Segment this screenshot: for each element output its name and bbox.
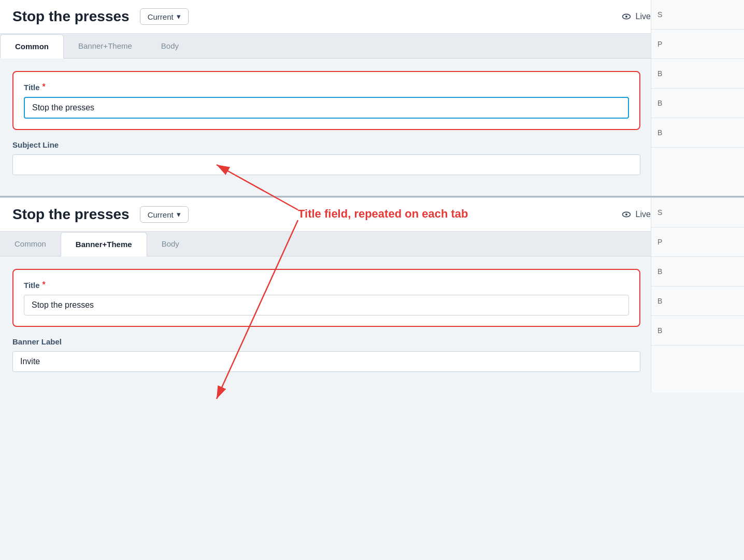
eye-icon-1 <box>621 11 632 22</box>
subject-section-1: Subject Line <box>12 140 640 183</box>
header-1: Stop the presses Current ▾ Live Preview … <box>0 0 744 34</box>
tabs-bar-1: Common Banner+Theme Body <box>0 34 744 59</box>
tab-common-1[interactable]: Common <box>0 34 64 59</box>
banner-input[interactable] <box>12 351 640 372</box>
title-card-2: Title * <box>12 269 640 327</box>
content-area-1: Title * Subject Line <box>0 59 744 196</box>
page-title-1: Stop the presses <box>12 8 130 25</box>
version-dropdown-1[interactable]: Current ▾ <box>140 8 189 25</box>
subject-label-1: Subject Line <box>12 140 640 149</box>
right-panel-item-1: S <box>651 0 744 30</box>
tab-body-1[interactable]: Body <box>147 34 193 58</box>
title-card-1: Title * <box>12 71 640 130</box>
right-panel-2: S P B B B <box>651 198 744 393</box>
title-input-1[interactable] <box>24 97 629 119</box>
title-input-2[interactable] <box>24 295 629 315</box>
content-area-2: Title * Banner Label <box>0 256 744 393</box>
right-panel-item-2: P <box>651 30 744 59</box>
panel-2-wrapper: Stop the presses Current ▾ Live Preview … <box>0 198 744 393</box>
version-dropdown-2[interactable]: Current ▾ <box>140 206 189 223</box>
tab-banner-theme-1[interactable]: Banner+Theme <box>64 34 147 58</box>
page-title-2: Stop the presses <box>12 206 130 223</box>
required-star-2: * <box>42 280 46 290</box>
right-panel-2-item-4: B <box>651 286 744 316</box>
title-label-1: Title * <box>24 82 629 92</box>
banner-label: Banner Label <box>12 337 640 346</box>
right-panel-2-item-5: B <box>651 316 744 346</box>
tab-body-2[interactable]: Body <box>147 232 194 256</box>
header-2: Stop the presses Current ▾ Live Preview … <box>0 198 744 232</box>
right-panel-1: S P B B B <box>651 0 744 196</box>
right-panel-item-5: B <box>651 118 744 148</box>
title-label-2: Title * <box>24 280 629 290</box>
banner-section: Banner Label <box>12 337 640 380</box>
eye-icon-2 <box>621 209 632 220</box>
svg-point-1 <box>625 16 627 18</box>
right-panel-2-item-2: P <box>651 227 744 257</box>
subject-input-1[interactable] <box>12 154 640 175</box>
right-panel-2-item-1: S <box>651 198 744 227</box>
right-panel-item-4: B <box>651 89 744 118</box>
right-panel-2-item-3: B <box>651 257 744 286</box>
right-panel-item-3: B <box>651 59 744 89</box>
svg-point-3 <box>625 213 627 216</box>
tab-banner-theme-2[interactable]: Banner+Theme <box>61 232 147 256</box>
required-star-1: * <box>42 82 46 92</box>
tab-common-2[interactable]: Common <box>0 232 61 256</box>
tabs-bar-2: Common Banner+Theme Body <box>0 232 744 256</box>
